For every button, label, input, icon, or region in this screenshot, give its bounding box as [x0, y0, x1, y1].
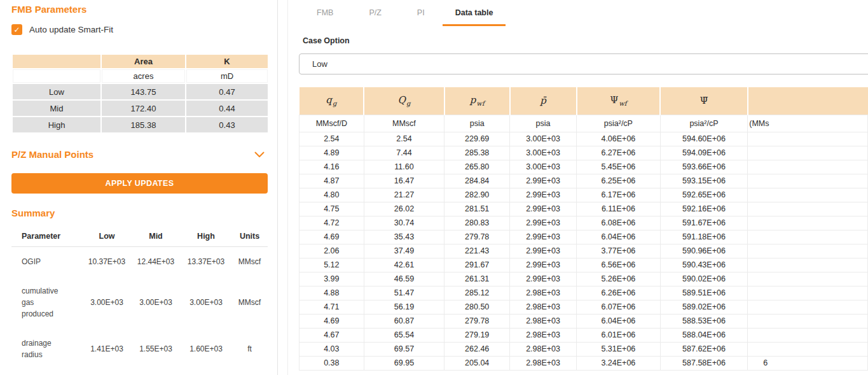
tab-data-table[interactable]: Data table: [443, 0, 506, 26]
datatable-cell: 3.24E+06: [577, 356, 661, 370]
datatable-cell: 2.98E+03: [510, 328, 577, 342]
params-cell: Low: [13, 84, 100, 99]
datatable-cell: 587.58E+06: [660, 356, 748, 370]
chevron-down-icon[interactable]: [254, 152, 265, 158]
datatable-cell: 6.26E+06: [577, 286, 661, 300]
datatable-cell-row: 4.6960.87279.782.98E+036.04E+06588.53E+0…: [300, 314, 868, 328]
datatable-cell: 2.99E+03: [510, 272, 577, 286]
summary-cell: ft: [231, 329, 268, 369]
params-col-header: [13, 55, 100, 68]
datatable-cell: 589.51E+06: [660, 286, 748, 300]
column-subscript: wf: [619, 100, 626, 107]
datatable-cell: 5.26E+06: [577, 272, 661, 286]
datatable-cell: 591.67E+06: [660, 216, 748, 230]
summary-cell: 6.54E-09: [83, 369, 131, 375]
datatable-cell: 2.99E+03: [510, 188, 577, 202]
params-cell: 0.43: [186, 117, 268, 132]
auto-update-row: ✓ Auto update Smart-Fit: [11, 24, 267, 35]
datatable-cell-row: 4.7230.74280.832.99E+036.08E+06591.67E+0…: [300, 216, 868, 230]
apply-updates-button[interactable]: APPLY UPDATES: [11, 173, 268, 194]
datatable-cell: 6.07E+06: [577, 300, 661, 314]
summary-cell: drainage radius: [11, 329, 83, 369]
pz-manual-points-header[interactable]: P/Z Manual Points: [11, 149, 267, 160]
summary-cell: 1.41E+03: [83, 329, 131, 369]
summary-cell: 1.60E+03: [181, 329, 231, 369]
datatable-cell: 6.04E+06: [577, 314, 661, 328]
params-cell-row: Mid172.400.44: [13, 101, 268, 116]
datatable-cell: 26.02: [364, 202, 444, 216]
column-symbol: p: [470, 94, 476, 106]
datatable-cell: [748, 146, 868, 160]
datatable-cell: 0.38: [300, 356, 364, 370]
datatable-cell: 60.87: [364, 314, 444, 328]
summary-cell: 3.00E+03: [83, 276, 131, 329]
summary-cell: 6.05E-09: [131, 369, 181, 375]
datatable-cell: 2.99E+03: [510, 258, 577, 272]
datatable-cell: 280.50: [444, 300, 510, 314]
datatable-cell: 279.78: [444, 230, 510, 244]
datatable-cell: 261.31: [444, 272, 510, 286]
summary-title: Summary: [11, 208, 267, 218]
datatable-cell: 5.31E+06: [577, 342, 661, 356]
datatable-cell: 590.02E+06: [660, 272, 748, 286]
datatable-cell-row: 4.897.44285.383.00E+036.27E+06594.09E+06: [300, 146, 868, 160]
datatable-cell-row: 2.0637.49221.432.99E+033.77E+06590.96E+0…: [300, 244, 868, 258]
column-symbol: p̄: [540, 95, 546, 106]
column-subscript: g: [333, 100, 336, 107]
column-subscript: g: [406, 100, 410, 107]
datatable-cell: 11.60: [364, 160, 444, 174]
datatable-cell: [748, 132, 868, 146]
tab-pz[interactable]: P/Z: [351, 0, 399, 26]
summary-cell: cumulative gas produced: [11, 276, 83, 329]
summary-cell: 3.00E+03: [181, 276, 231, 329]
datatable-column-header: Ψ̄: [660, 87, 748, 115]
datatable-cell: 284.84: [444, 174, 510, 188]
datatable-cell-row: 2.542.54229.693.00E+034.06E+06594.60E+06: [300, 132, 868, 146]
summary-cell-row: OGIP10.37E+0312.44E+0313.37E+03MMscf: [11, 247, 268, 277]
summary-col-header: Mid: [131, 224, 181, 247]
datatable-cell: 592.65E+06: [660, 188, 748, 202]
tab-pi[interactable]: PI: [399, 0, 443, 26]
datatable-unit: psia: [510, 115, 577, 132]
datatable-cell: 221.43: [444, 244, 510, 258]
datatable-cell: 262.46: [444, 342, 510, 356]
summary-col-header: Units: [231, 224, 268, 247]
datatable-cell: 2.54: [300, 132, 364, 146]
datatable-cell: 591.18E+06: [660, 230, 748, 244]
summary-cell: 1.55E+03: [131, 329, 181, 369]
params-col-header: K: [186, 55, 268, 68]
datatable-cell: 46.59: [364, 272, 444, 286]
datatable-cell: 69.95: [364, 356, 444, 370]
summary-cell: productivity index: [11, 369, 83, 375]
case-option-select[interactable]: Low: [299, 53, 868, 74]
datatable-cell: 4.16: [300, 160, 364, 174]
datatable-cell: [748, 300, 868, 314]
datatable-cell: 4.72: [300, 216, 364, 230]
datatable-column-header: p̄: [510, 87, 577, 115]
datatable-cell: 3.00E+03: [510, 160, 577, 174]
datatable-cell: [748, 202, 868, 216]
datatable-cell-row: 4.1611.60265.803.00E+035.45E+06593.66E+0…: [300, 160, 868, 174]
datatable-cell: 205.04: [444, 356, 510, 370]
summary-col-header: High: [181, 224, 231, 247]
datatable-cell: 21.27: [364, 188, 444, 202]
tab-fmb[interactable]: FMB: [299, 0, 351, 26]
datatable-cell: 291.67: [444, 258, 510, 272]
datatable-cell: 2.98E+03: [510, 356, 577, 370]
datatable-cell: 4.69: [300, 230, 364, 244]
column-symbol: Ψ: [610, 94, 618, 106]
column-subscript: wf: [476, 100, 484, 107]
auto-update-checkbox[interactable]: ✓: [11, 24, 22, 35]
datatable-cell: 594.09E+06: [660, 146, 748, 160]
datatable-cell: [748, 272, 868, 286]
datatable-cell: 2.99E+03: [510, 216, 577, 230]
datatable-cell-row: 0.3869.95205.042.98E+033.24E+06587.58E+0…: [300, 356, 868, 370]
datatable-cell-row: 4.7156.19280.502.98E+036.07E+06589.02E+0…: [300, 300, 868, 314]
tab-bar: FMB P/Z PI Data table: [299, 0, 506, 26]
params-col-unit: mD: [186, 69, 268, 83]
datatable-cell: [748, 244, 868, 258]
params-cell: Mid: [13, 101, 100, 116]
summary-col-header-row: ParameterLowMidHighUnits: [11, 224, 268, 247]
datatable-cell: [748, 216, 868, 230]
datatable-cell: [748, 258, 868, 272]
